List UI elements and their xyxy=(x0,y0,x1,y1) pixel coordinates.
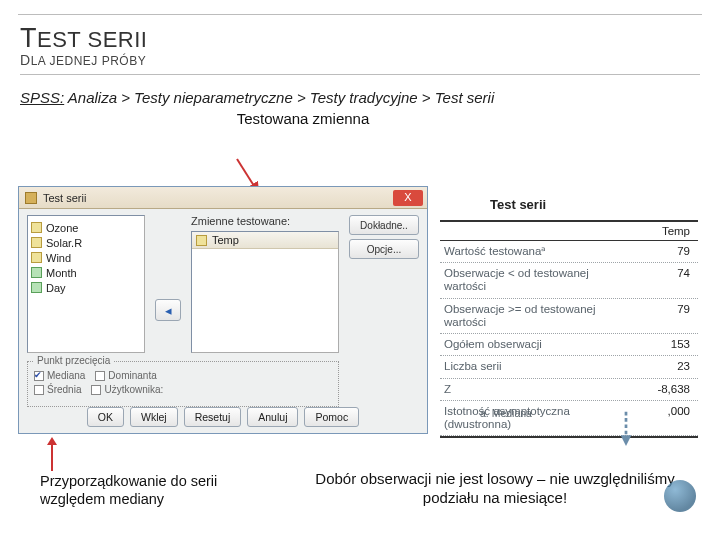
cancel-button[interactable]: Anuluj xyxy=(247,407,298,427)
ok-button[interactable]: OK xyxy=(87,407,124,427)
paste-button[interactable]: Wklej xyxy=(130,407,178,427)
cutpoint-mode[interactable]: Dominanta xyxy=(95,370,156,381)
dialog-titlebar[interactable]: Test serii X xyxy=(19,187,427,209)
cutpoint-group: Punkt przecięcia Mediana Dominanta Średn… xyxy=(27,361,339,407)
tested-variables-label: Zmienne testowane: xyxy=(191,215,290,227)
variables-tested-list[interactable]: Temp xyxy=(191,231,339,353)
table-row: Obserwacje < od testowanej wartości74 xyxy=(440,263,698,298)
label-tested-variable: Testowana zmienna xyxy=(158,110,448,127)
cutpoint-median[interactable]: Mediana xyxy=(34,370,85,381)
runs-test-dialog: Test serii X Ozone Solar.R Wind Month Da… xyxy=(18,186,428,434)
page-subtitle: DLA JEDNEJ PRÓBY xyxy=(20,50,700,75)
list-item: Ozone xyxy=(31,220,141,235)
cutpoint-mean[interactable]: Średnia xyxy=(34,384,81,395)
help-button[interactable]: Pomoc xyxy=(304,407,359,427)
annotation-median: Przyporządkowanie do serii względem medi… xyxy=(40,472,220,508)
table-row: Liczba serii23 xyxy=(440,356,698,378)
dialog-app-icon xyxy=(25,192,37,204)
arrow-down-icon xyxy=(618,410,634,446)
list-item: Temp xyxy=(192,232,338,249)
dialog-title-text: Test serii xyxy=(43,192,86,204)
list-item: Solar.R xyxy=(31,235,141,250)
corner-decoration-icon xyxy=(664,480,696,512)
list-item: Wind xyxy=(31,250,141,265)
cutpoint-custom[interactable]: Użytkownika: xyxy=(91,384,163,395)
arrow-up-icon xyxy=(46,437,58,471)
list-item: Day xyxy=(31,280,141,295)
table-row: Ogółem obserwacji153 xyxy=(440,334,698,356)
cutpoint-group-title: Punkt przecięcia xyxy=(34,355,113,366)
variables-available-list[interactable]: Ozone Solar.R Wind Month Day xyxy=(27,215,145,353)
table-row: Obserwacje >= od testowanej wartości79 xyxy=(440,299,698,334)
spss-menu-path: SPSS: Analiza > Testy nieparametryczne >… xyxy=(18,75,702,110)
results-title: Test serii xyxy=(490,197,546,212)
transfer-arrow-button[interactable]: ◂ xyxy=(155,299,181,321)
table-row: Z-8,638 xyxy=(440,379,698,401)
exact-button[interactable]: Dokładne.. xyxy=(349,215,419,235)
options-button[interactable]: Opcje... xyxy=(349,239,419,259)
results-column-header: Temp xyxy=(609,222,698,240)
annotation-conclusion: Dobór obserwacji nie jest losowy – nie u… xyxy=(290,470,700,508)
close-icon[interactable]: X xyxy=(393,190,423,206)
list-item: Month xyxy=(31,265,141,280)
reset-button[interactable]: Resetuj xyxy=(184,407,242,427)
results-footnote: a. Mediana xyxy=(440,404,698,419)
table-row: Wartość testowanaᵃ79 xyxy=(440,241,698,263)
